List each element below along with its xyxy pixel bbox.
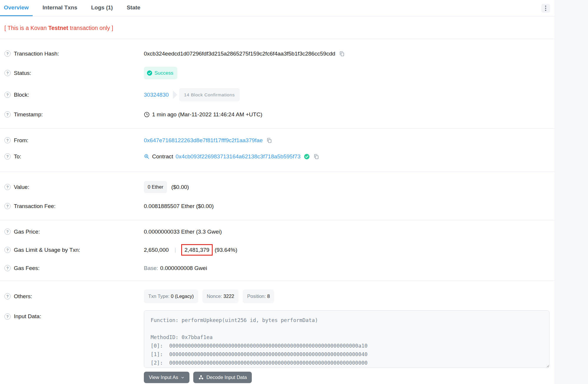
help-icon[interactable]: ? <box>4 313 11 320</box>
page-background-rail <box>555 0 588 384</box>
transaction-fee-row: ? Transaction Fee: 0.0081885507 Ether ($… <box>0 197 555 215</box>
help-icon[interactable]: ? <box>4 184 11 190</box>
transaction-hash-label: Transaction Hash: <box>14 51 59 57</box>
gas-price-row: ? Gas Price: 0.0000000033 Ether (3.3 Gwe… <box>0 223 555 240</box>
help-icon[interactable]: ? <box>4 111 11 118</box>
clock-icon <box>144 112 150 118</box>
help-icon[interactable]: ? <box>4 153 11 160</box>
timestamp-label: Timestamp: <box>14 111 43 118</box>
gas-fees-row: ? Gas Fees: Base: 0.000000008 Gwei <box>0 260 555 276</box>
input-data-textarea[interactable]: Function: performUpkeep(uint256 id, byte… <box>144 310 549 368</box>
from-row: ? From: 0x647e7168122263d8e7f81f17fff9c2… <box>0 132 555 148</box>
value-row: ? Value: 0 Ether ($0.00) <box>0 177 555 197</box>
help-icon[interactable]: ? <box>4 229 11 235</box>
status-row: ? Status: Success <box>0 62 555 84</box>
help-icon[interactable]: ? <box>4 293 11 299</box>
help-icon[interactable]: ? <box>4 247 11 253</box>
copy-icon <box>266 137 272 143</box>
transaction-hash-value: 0xcb324eedcd1d07296fdf3d215a2865275f159c… <box>144 49 335 58</box>
gas-used-percent: (93.64%) <box>215 246 237 254</box>
nonce-pill: Nonce: 3222 <box>202 289 239 303</box>
to-contract-word: Contract <box>152 152 173 161</box>
to-row: ? To: Contract 0x4cb093f226983713164a621… <box>0 148 555 165</box>
zoom-in-icon[interactable] <box>144 154 150 160</box>
tab-logs[interactable]: Logs (1) <box>87 0 117 16</box>
others-label: Others: <box>14 293 32 300</box>
value-amount-pill: 0 Ether <box>144 181 167 193</box>
decode-input-data-button[interactable]: Decode Input Data <box>193 372 252 383</box>
transaction-fee-label: Transaction Fee: <box>14 203 56 209</box>
tab-overview-label: Overview <box>4 4 29 11</box>
others-row: ? Others: Txn Type: 0 (Legacy) Nonce: 32… <box>0 285 555 308</box>
kebab-menu-button[interactable] <box>541 4 550 13</box>
copy-to-address-button[interactable] <box>313 154 319 160</box>
input-data-row: ? Input Data: Function: performUpkeep(ui… <box>0 308 555 368</box>
tab-logs-label: Logs (1) <box>91 4 113 11</box>
gas-fees-label: Gas Fees: <box>14 265 40 271</box>
from-label: From: <box>14 137 29 144</box>
decode-input-data-label: Decode Input Data <box>206 375 247 380</box>
badge-arrow-icon <box>173 90 177 99</box>
view-input-as-button[interactable]: View Input As <box>144 372 189 383</box>
kebab-menu-icon <box>545 6 546 7</box>
transaction-fee-value: 0.0081885507 Ether ($0.00) <box>144 202 214 210</box>
tab-internal-txns-label: Internal Txns <box>43 4 77 11</box>
gas-price-value: 0.0000000033 Ether (3.3 Gwei) <box>144 227 222 236</box>
to-address-link[interactable]: 0x4cb093f226983713164a62138c3f718a5b595f… <box>176 152 301 161</box>
block-confirmations-label: 14 Block Confirmations <box>179 88 240 101</box>
value-usd: ($0.00) <box>171 183 189 191</box>
gas-price-label: Gas Price: <box>14 229 40 235</box>
status-badge-label: Success <box>154 69 173 77</box>
copy-icon <box>313 154 319 160</box>
verified-check-icon <box>304 154 310 160</box>
help-icon[interactable]: ? <box>4 137 11 143</box>
block-confirmations-badge: 14 Block Confirmations <box>173 88 240 101</box>
testnet-warning: [ This is a Kovan Testnet transaction on… <box>0 16 555 39</box>
decode-icon <box>198 375 204 380</box>
gas-fees-base-label: Base: <box>144 264 158 272</box>
block-number-link[interactable]: 30324830 <box>144 90 169 99</box>
gas-used-value: 2,481,379 <box>184 247 209 253</box>
tab-state-label: State <box>127 4 140 11</box>
copy-hash-button[interactable] <box>339 51 345 57</box>
gas-limit-usage-label: Gas Limit & Usage by Txn: <box>14 247 80 253</box>
view-input-as-label: View Input As <box>149 375 178 380</box>
gas-limit-value: 2,650,000 <box>144 246 169 254</box>
status-label: Status: <box>14 70 31 76</box>
txn-type-pill: Txn Type: 0 (Legacy) <box>144 289 198 303</box>
tab-state[interactable]: State <box>123 0 144 16</box>
input-data-label: Input Data: <box>14 313 41 320</box>
check-circle-icon <box>147 70 152 76</box>
transaction-hash-row: ? Transaction Hash: 0xcb324eedcd1d07296f… <box>0 45 555 62</box>
separator-bar: | <box>175 246 176 254</box>
status-badge: Success <box>144 67 177 79</box>
from-address-link[interactable]: 0x647e7168122263d8e7f81f17fff9c2f1aa379f… <box>144 136 263 145</box>
position-pill: Position: 8 <box>243 289 274 303</box>
help-icon[interactable]: ? <box>4 203 11 209</box>
value-label: Value: <box>14 184 29 190</box>
help-icon[interactable]: ? <box>4 265 11 271</box>
copy-icon <box>339 51 345 57</box>
transaction-overview-card: Overview Internal Txns Logs (1) State [ … <box>0 0 555 384</box>
gas-limit-usage-row: ? Gas Limit & Usage by Txn: 2,650,000 | … <box>0 240 555 260</box>
gas-fees-base-value: 0.000000008 Gwei <box>160 264 207 272</box>
help-icon[interactable]: ? <box>4 92 11 98</box>
tab-bar: Overview Internal Txns Logs (1) State <box>0 0 555 16</box>
timestamp-row: ? Timestamp: 1 min ago (Mar-11-2022 11:4… <box>0 106 555 123</box>
block-row: ? Block: 30324830 14 Block Confirmations <box>0 84 555 106</box>
help-icon[interactable]: ? <box>4 70 11 76</box>
block-label: Block: <box>14 92 29 98</box>
tab-overview[interactable]: Overview <box>0 0 33 16</box>
chevron-down-icon <box>181 376 184 379</box>
tab-internal-txns[interactable]: Internal Txns <box>39 0 81 16</box>
help-icon[interactable]: ? <box>4 51 11 57</box>
to-label: To: <box>14 153 21 160</box>
copy-from-address-button[interactable] <box>266 137 272 143</box>
gas-used-highlight-box: 2,481,379 <box>181 244 213 256</box>
timestamp-value: 1 min ago (Mar-11-2022 11:46:24 AM +UTC) <box>152 110 262 119</box>
